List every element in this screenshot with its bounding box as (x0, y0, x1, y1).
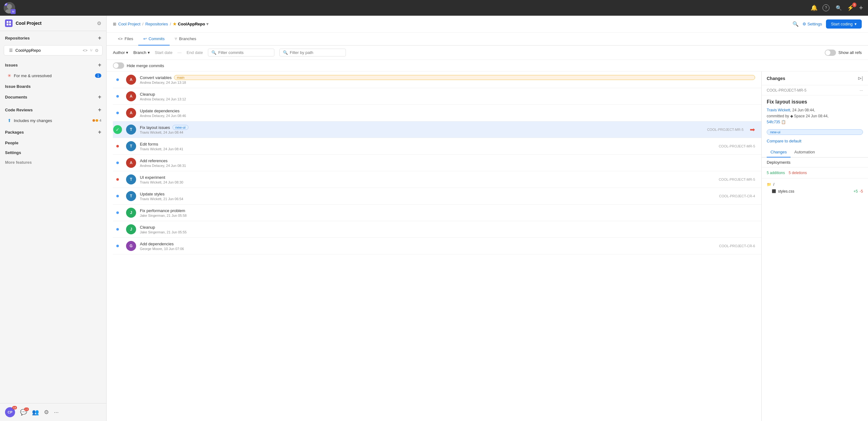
documents-add-btn[interactable]: + (98, 94, 101, 100)
end-date[interactable]: End date (187, 50, 203, 55)
commit-info: CleanupAndrea Delacey, 24 Jun 13:12 (140, 92, 755, 101)
show-all-refs[interactable]: Show all refs (825, 50, 862, 56)
commit-row-c5[interactable]: TEdit formsTravis Wickett, 24 Jun 08:41C… (113, 138, 762, 155)
sidebar-avatar[interactable]: CP 13 (5, 407, 15, 417)
author-filter[interactable]: Author ▾ (113, 50, 128, 55)
author-link[interactable]: Travis Wickett (767, 108, 790, 112)
tab-commits[interactable]: ↩ Commits (138, 33, 169, 46)
breadcrumb-repositories[interactable]: Repositories (145, 22, 168, 26)
start-date[interactable]: Start date (155, 50, 173, 55)
date-separator: — (178, 50, 182, 55)
breadcrumb-repo[interactable]: ★ CoolAppRepo ▾ (173, 22, 209, 26)
settings-button[interactable]: ⚙ Settings (802, 22, 822, 26)
repo-list-icon: ☰ (9, 48, 13, 53)
commit-title: Cleanup (140, 92, 155, 97)
repositories-section: Repositories + ☰ CoolAppRepo <> ⑂ ⊙ (0, 31, 106, 58)
sidebar-settings-icon[interactable]: ⚙ (97, 20, 101, 26)
add-icon[interactable]: + (858, 2, 864, 13)
commit-row-c7[interactable]: TUI experimentTravis Wickett, 24 Jun 08:… (113, 171, 762, 188)
repo-branch-icon[interactable]: ⑂ (90, 48, 93, 53)
commit-row-c11[interactable]: GAdd dependenciesGeorge Moore, 10 Jun 07… (113, 238, 762, 254)
diff-stats: 5 additions 5 deletions (762, 168, 868, 179)
commit-row-c10[interactable]: JCleanupJake Singerman, 21 Jun 05:55 (113, 221, 762, 238)
code-reviews-item[interactable]: ⬆ Includes my changes 4 (0, 116, 106, 125)
repo-code-icon[interactable]: <> (83, 48, 88, 53)
people-header[interactable]: People (0, 138, 106, 148)
filter-path-input[interactable]: 🔍 (279, 49, 346, 57)
help-icon[interactable]: ? (821, 3, 831, 12)
commit-meta: Jake Singerman, 21 Jun 05:55 (140, 230, 755, 234)
breadcrumb-project[interactable]: Cool Project (118, 22, 141, 26)
mr-id: COOL-PROJECT-MR-5 (767, 88, 807, 93)
search-icon[interactable]: 🔍 (834, 4, 843, 12)
collapse-icon[interactable]: ⊳| (858, 75, 863, 81)
packages-add-btn[interactable]: + (98, 129, 101, 136)
commit-row-c9[interactable]: JFix performance problemJake Singerman, … (113, 205, 762, 221)
code-reviews-add-btn[interactable]: + (98, 107, 101, 113)
commit-row-c3[interactable]: AUpdate dependenciesAndrea Delacey, 24 J… (113, 105, 762, 121)
documents-header[interactable]: Documents + (0, 91, 106, 103)
issue-boards-header[interactable]: Issue Boards (0, 82, 106, 91)
dropdown-arrow-icon: ▾ (855, 22, 857, 26)
commit-tag[interactable]: main (174, 75, 755, 80)
chevron-down-icon[interactable]: ▾ (206, 22, 209, 26)
more-features-header[interactable]: More features (0, 157, 106, 167)
commit-info: CleanupJake Singerman, 21 Jun 05:55 (140, 225, 755, 234)
commit-title: Cleanup (140, 225, 155, 230)
tab-automation[interactable]: Automation (790, 147, 819, 157)
commit-hash[interactable]: 54fc735 (767, 120, 780, 124)
issues-item[interactable]: ✳ For me & unresolved 1 (0, 71, 106, 80)
people-icon[interactable]: 👥 (32, 409, 39, 416)
topbar-search-icon[interactable]: 🔍 (793, 21, 799, 27)
folder-icon: 📁 (767, 182, 771, 187)
branch-tag[interactable]: new-ui (767, 129, 863, 135)
repo-item[interactable]: ☰ CoolAppRepo <> ⑂ ⊙ (4, 45, 102, 56)
commit-meta: Andrea Delacey, 24 Jun 08:31 (140, 164, 755, 168)
commit-row-c1[interactable]: AConvert variablesmainAndrea Delacey, 24… (113, 71, 762, 88)
commit-row-c2[interactable]: ACleanupAndrea Delacey, 24 Jun 13:12 (113, 88, 762, 105)
tabs: <> Files ↩ Commits ⑂ Branches (106, 33, 868, 46)
tab-branches[interactable]: ⑂ Branches (169, 33, 201, 46)
issues-header[interactable]: Issues + (0, 59, 106, 71)
project-header[interactable]: Cool Project ⚙ (0, 16, 106, 31)
commit-row-c6[interactable]: AAdd referencesAndrea Delacey, 24 Jun 08… (113, 155, 762, 171)
start-coding-button[interactable]: Start coding ▾ (826, 20, 862, 29)
commit-tag[interactable]: new-ui (173, 125, 188, 130)
timeline-dot (116, 211, 120, 215)
more-options-icon[interactable]: ··· (860, 88, 863, 93)
commit-meta: George Moore, 10 Jun 07:06 (140, 247, 715, 251)
user-avatar[interactable]: M (4, 2, 15, 13)
top-bar: M 🔔 ? 🔍 ⚡ 5 + (0, 0, 868, 16)
diff-file[interactable]: ⬛ styles.css +5 -5 (767, 188, 863, 195)
show-all-refs-toggle[interactable] (825, 50, 836, 56)
repositories-add-btn[interactable]: + (98, 35, 101, 41)
commit-title: Add dependencies (140, 242, 174, 246)
code-reviews-section: Code Reviews + ⬆ Includes my changes 4 (0, 103, 106, 126)
hide-merge-toggle[interactable] (113, 62, 124, 69)
repositories-header[interactable]: Repositories + (0, 32, 106, 44)
commit-avatar: T (126, 191, 136, 201)
filter-path-icon: 🔍 (283, 50, 288, 55)
notification-icon[interactable]: 🔔 (811, 4, 817, 11)
gear-icon[interactable]: ⚙ (44, 409, 49, 416)
code-reviews-header[interactable]: Code Reviews + (0, 104, 106, 116)
chat-icon[interactable]: 💬 13 (20, 409, 27, 416)
copy-icon[interactable]: 📋 (781, 120, 786, 124)
commit-info: UI experimentTravis Wickett, 24 Jun 08:3… (140, 175, 715, 184)
timeline-dot (116, 94, 120, 98)
commit-row-c8[interactable]: TUpdate stylesTravis Wickett, 21 Jun 06:… (113, 188, 762, 205)
branch-filter[interactable]: Branch ▾ (133, 50, 150, 55)
packages-header[interactable]: Packages + (0, 126, 106, 138)
lightning-icon[interactable]: ⚡ 5 (847, 4, 854, 11)
filter-commits-input[interactable]: 🔍 (208, 49, 274, 57)
tab-changes[interactable]: Changes (767, 147, 790, 157)
issues-add-btn[interactable]: + (98, 62, 101, 68)
more-icon[interactable]: ··· (54, 409, 59, 416)
repo-graph-icon[interactable]: ⊙ (95, 48, 98, 53)
commit-avatar: J (126, 224, 136, 234)
right-panel-commit-meta: Travis Wickett, 24 Jun 08:44, committed … (762, 106, 868, 128)
commit-row-c4[interactable]: ✓TFix layout issuesnew-uiTravis Wickett,… (113, 121, 762, 138)
settings-header[interactable]: Settings (0, 148, 106, 157)
compare-link[interactable]: Compare to default (762, 138, 868, 147)
tab-files[interactable]: <> Files (113, 33, 138, 46)
